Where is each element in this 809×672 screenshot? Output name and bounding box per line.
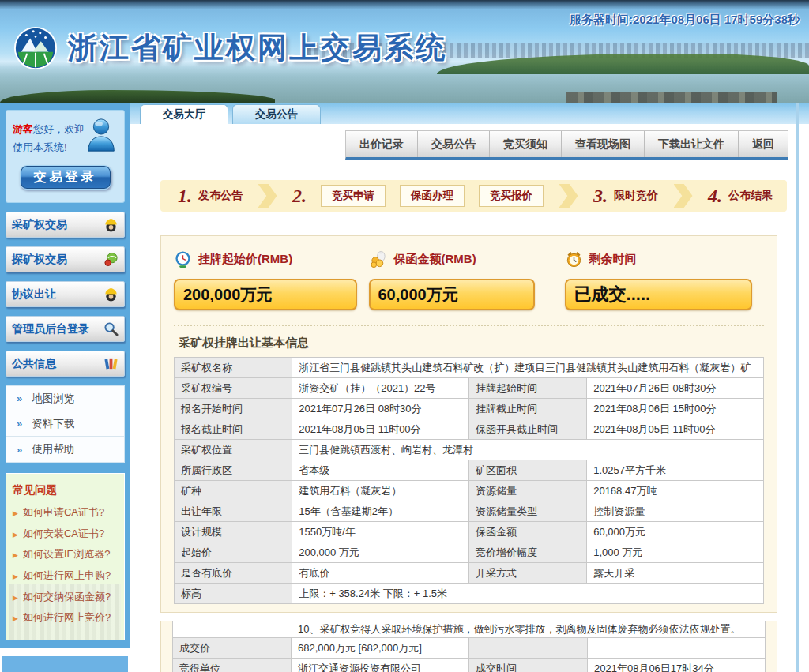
- faq-item-install-ca[interactable]: ▶ 如何安装CA证书?: [13, 524, 118, 545]
- sidebar-item-agreement-transfer[interactable]: 协议出让: [6, 281, 125, 307]
- arrow-right-icon: ▶: [13, 527, 18, 542]
- download-documents-button[interactable]: 下载出让文件: [644, 131, 738, 157]
- arrow-right-icon: ▶: [13, 591, 18, 605]
- table-row: 报名截止时间 2021年08月05日 11时00分 保函开具截止时间 2021年…: [175, 419, 764, 440]
- arrow-right-icon: ▶: [13, 548, 18, 562]
- sidebar-item-help[interactable]: » 使用帮助: [6, 437, 124, 462]
- bid-records-button[interactable]: 出价记录: [346, 131, 417, 157]
- alarm-clock-icon: [565, 250, 583, 268]
- table-row: 标高 上限：+ 358.24米 下限：+ 1.5米: [175, 584, 764, 604]
- mining-rights-info-table: 采矿权名称 浙江省三门县健跳镇其头山建筑石料矿改（扩）建项目三门县健跳镇其头山建…: [174, 357, 764, 604]
- server-time: 服务器时间:2021年08月06日 17时59分38秒: [570, 13, 800, 28]
- trade-login-button[interactable]: 交易登录: [20, 165, 111, 190]
- chevron-separator-icon: [674, 184, 693, 208]
- tab-trading-hall[interactable]: 交易大厅: [140, 104, 228, 124]
- purchase-apply-button[interactable]: 竞买申请: [321, 185, 386, 207]
- announcements-button[interactable]: 交易公告: [417, 131, 489, 157]
- magnifier-icon: [103, 321, 119, 336]
- guarantee-amount-label: 保函金额(RMB): [369, 250, 546, 268]
- miner-icon: [103, 287, 119, 302]
- step-1-publish: 1. 发布公告: [178, 186, 243, 207]
- deal-price-row: 成交价 682,000万元 [682,000万元]: [173, 638, 766, 659]
- guest-label: 游客: [13, 123, 33, 135]
- table-row: 10、采矿权竞得人采取环境保护措施，做到污水零排放，剥离物及固体废弃物必须依法依…: [173, 621, 766, 638]
- buildings-decoration: [566, 92, 777, 103]
- arrow-right-icon: ▶: [13, 569, 18, 584]
- sidebar-item-data-download[interactable]: » 资料下载: [6, 411, 124, 437]
- site-logo-icon: [13, 25, 58, 71]
- tab-strip: 交易大厅 交易公告: [130, 103, 809, 124]
- table-row: 采矿权名称 浙江省三门县健跳镇其头山建筑石料矿改（扩）建项目三门县健跳镇其头山建…: [175, 358, 764, 378]
- sidebar-footer-panel: [2, 656, 128, 672]
- money-icon: [369, 250, 388, 268]
- step-2-apply: 2. 竞买申请 保函办理 竞买报价: [292, 185, 544, 207]
- books-icon: [103, 356, 119, 371]
- sidebar-item-admin-login[interactable]: 管理员后台登录: [6, 316, 125, 342]
- arrow-right-icon: ▶: [13, 506, 18, 520]
- deal-result-panel: 10、采矿权竞得人采取环境保护措施，做到污水零排放，剥离物及固体废弃物必须依法依…: [160, 621, 777, 672]
- welcome-text: 游客您好，欢迎 使用本系统!: [13, 120, 85, 157]
- faq-title: 常见问题: [13, 483, 118, 497]
- faq-item-online-purchase[interactable]: ▶ 如何进行网上申购?: [13, 565, 118, 587]
- chevron-right-icon: »: [17, 444, 22, 456]
- page-title: 浙江省矿业权网上交易系统: [68, 28, 447, 68]
- table-row: 设计规模 1550万吨/年 保函金额 60,000万元: [175, 522, 764, 542]
- faq-item-apply-ca[interactable]: ▶ 如何申请CA证书?: [13, 502, 118, 524]
- chevron-right-icon: »: [17, 392, 22, 404]
- guarantee-amount-value: 60,000万元: [369, 279, 536, 310]
- sidebar-item-exploration-rights-trading[interactable]: 探矿权交易: [6, 246, 125, 272]
- step-3-timed-bidding: 3. 限时竞价: [593, 186, 658, 207]
- exploration-icon: [103, 252, 119, 267]
- chevron-separator-icon: [559, 184, 578, 208]
- step-4-results: 4. 公布结果: [708, 186, 773, 207]
- info-section-title: 采矿权挂牌出让基本信息: [179, 336, 764, 351]
- content-area: 交易大厅 交易公告 出价记录 交易公告 竞买须知 查看现场图 下载出让文件 返回…: [130, 103, 809, 672]
- time-remaining-value: 已成交.....: [565, 279, 752, 310]
- deal-result-table: 10、采矿权竞得人采取环境保护措施，做到污水零排放，剥离物及固体废弃物必须依法依…: [172, 621, 766, 672]
- summary-row: 挂牌起始价(RMB) 200,000万元: [174, 250, 764, 310]
- arrow-right-icon: ▶: [13, 611, 18, 625]
- table-row: 报名开始时间 2021年07月26日 08时30分 挂牌截止时间 2021年08…: [175, 399, 764, 419]
- toolbar: 出价记录 交易公告 竞买须知 查看现场图 下载出让文件 返回: [130, 130, 788, 160]
- table-row: 所属行政区 省本级 矿区面积 1.0257平方千米: [175, 460, 764, 481]
- tab-trade-announcements[interactable]: 交易公告: [232, 104, 321, 124]
- bidding-notice-button[interactable]: 竞买须知: [489, 131, 561, 157]
- content-right-border: [796, 103, 799, 672]
- winner-row: 竞得单位 浙江交通资源投资有限公司 成交时间 2021年08月06日17时34分: [173, 659, 766, 672]
- table-row: 出让年限 15年（含基建期2年） 资源储量类型 控制资源量: [175, 501, 764, 522]
- time-remaining-label: 剩余时间: [565, 250, 764, 268]
- sidebar: 游客您好，欢迎 使用本系统! 交易登录 采矿权交易: [0, 103, 130, 672]
- listing-info-panel: 挂牌起始价(RMB) 200,000万元: [160, 235, 777, 613]
- faq-panel: 常见问题 ▶ 如何申请CA证书? ▶ 如何安装CA证书? ▶ 如何设置IE浏览器…: [6, 473, 125, 640]
- site-header: 浙江省矿业权网上交易系统 服务器时间:2021年08月06日 17时59分38秒: [0, 0, 809, 103]
- view-site-map-button[interactable]: 查看现场图: [561, 131, 644, 157]
- bid-quote-button[interactable]: 竞买报价: [479, 185, 544, 207]
- welcome-panel: 游客您好，欢迎 使用本系统! 交易登录: [6, 110, 125, 203]
- user-icon: [83, 117, 119, 153]
- faq-item-ie-setup[interactable]: ▶ 如何设置IE浏览器?: [13, 544, 118, 565]
- faq-item-guarantee-payment[interactable]: ▶ 如何交纳保函金额?: [13, 587, 118, 608]
- listing-start-price-label: 挂牌起始价(RMB): [174, 250, 369, 268]
- dotted-divider: [174, 325, 764, 326]
- table-row: 矿种 建筑用石料（凝灰岩） 资源储量 20168.47万吨: [175, 481, 764, 501]
- brand-block: 浙江省矿业权网上交易系统: [13, 25, 447, 71]
- chevron-separator-icon: [258, 184, 277, 208]
- sidebar-item-map-browse[interactable]: » 地图浏览: [6, 386, 124, 411]
- table-row: 采矿权位置 三门县健跳镇西渡村、峋岩村、龙潭村: [175, 440, 764, 460]
- table-row: 是否有底价 有底价 开采方式 露天开采: [175, 563, 764, 584]
- trees-decoration: [0, 90, 275, 103]
- listing-start-price-value: 200,000万元: [174, 279, 357, 310]
- process-steps-bar: 1. 发布公告 2. 竞买申请 保函办理 竞买报价 3. 限时竞价 4. 公布结…: [160, 180, 787, 212]
- table-row: 起始价 200,000 万元 竞价增价幅度 1,000 万元: [175, 542, 764, 563]
- clock-icon: [174, 250, 192, 268]
- notice-clause-text: 10、采矿权竞得人采取环境保护措施，做到污水零排放，剥离物及固体废弃物必须依法依…: [173, 621, 766, 638]
- sidebar-item-public-info[interactable]: 公共信息: [6, 351, 125, 377]
- faq-item-online-bidding[interactable]: ▶ 如何进行网上竞价?: [13, 607, 118, 629]
- chevron-right-icon: »: [17, 418, 22, 430]
- guarantee-process-button[interactable]: 保函办理: [400, 185, 465, 207]
- sidebar-submenu: » 地图浏览 » 资料下载 » 使用帮助: [6, 385, 125, 463]
- sidebar-item-mining-rights-trading[interactable]: 采矿权交易: [6, 212, 125, 238]
- miner-icon: [103, 217, 119, 232]
- back-button[interactable]: 返回: [738, 131, 788, 157]
- table-row: 采矿权编号 浙资交矿（挂）（2021）22号 挂牌起始时间 2021年07月26…: [175, 378, 764, 399]
